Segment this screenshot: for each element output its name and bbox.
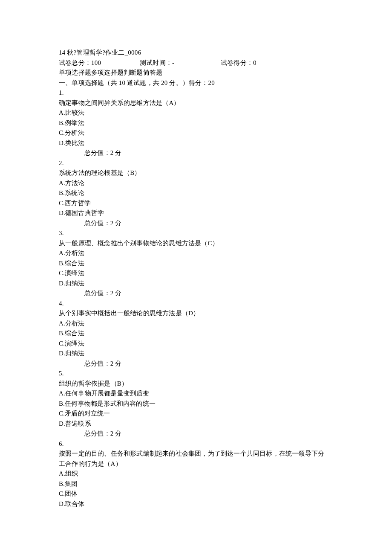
q5-option-c: C.矛盾的对立统一 (59, 409, 333, 419)
q6-option-a: A.组织 (59, 469, 333, 479)
q6-option-b: B.集团 (59, 479, 333, 489)
q2-option-a: A.方法论 (59, 178, 333, 189)
q4-option-a: A.分析法 (59, 319, 333, 329)
total-score-label: 试卷总分：100 (59, 58, 140, 68)
q5-option-d: D.普遍联系 (59, 419, 333, 429)
section-1-title: 一、单项选择题（共 10 道试题，共 20 分。）得分：20 (59, 78, 333, 88)
q5-option-b: B.任何事物都是形式和内容的统一 (59, 399, 333, 409)
q3-stem: 从一般原理、概念推出个别事物结论的思维方法是（C） (59, 238, 333, 249)
q2-score: 总分值：2 分 (59, 218, 333, 229)
q3-option-b: B.综合法 (59, 259, 333, 269)
q4-option-b: B.综合法 (59, 328, 333, 339)
q3-option-d: D.归纳法 (59, 279, 333, 289)
q1-stem: 确定事物之间同异关系的思维方法是（A） (59, 98, 333, 108)
q6-stem-line1: 按照一定的目的、任务和形式编制起来的社会集团，为了到达一个共同目标，在统一领导下… (59, 449, 333, 459)
title: 14 秋?管理哲学?作业二_0006 (59, 48, 333, 58)
q2-option-b: B.系统论 (59, 188, 333, 198)
q5-option-a: A.任何事物开展都是量变到质变 (59, 389, 333, 399)
q1-option-d: D.类比法 (59, 138, 333, 148)
sections-list: 单项选择题多项选择题判断题简答题 (59, 68, 333, 78)
q5-number: 5. (59, 369, 333, 379)
q6-option-c: C.团体 (59, 489, 333, 499)
q4-number: 4. (59, 299, 333, 309)
obtained-score-label: 试卷得分：0 (221, 58, 257, 68)
q3-score: 总分值：2 分 (59, 288, 333, 299)
q4-option-d: D.归纳法 (59, 349, 333, 359)
test-time-label: 测试时间：- (140, 58, 221, 68)
exam-meta-row: 试卷总分：100 测试时间：- 试卷得分：0 (59, 58, 333, 68)
q1-option-c: C.分析法 (59, 128, 333, 138)
q3-option-c: C.演绎法 (59, 268, 333, 279)
q1-number: 1. (59, 88, 333, 98)
q1-option-a: A.比较法 (59, 108, 333, 118)
q5-stem: 组织的哲学依据是（B） (59, 379, 333, 389)
q3-option-a: A.分析法 (59, 248, 333, 259)
q6-stem-line2: 工合作的行为是（A） (59, 459, 333, 469)
q2-option-c: C.西方哲学 (59, 198, 333, 209)
q2-option-d: D.德国古典哲学 (59, 208, 333, 218)
q2-number: 2. (59, 158, 333, 169)
q4-score: 总分值：2 分 (59, 359, 333, 369)
q6-option-d: D.联合体 (59, 499, 333, 509)
q1-score: 总分值：2 分 (59, 148, 333, 158)
q4-option-c: C.演绎法 (59, 339, 333, 349)
q2-stem: 系统方法的理论根基是（B） (59, 168, 333, 178)
q5-score: 总分值：2 分 (59, 429, 333, 439)
document-page: 14 秋?管理哲学?作业二_0006 试卷总分：100 测试时间：- 试卷得分：… (0, 0, 392, 555)
q1-option-b: B.例举法 (59, 118, 333, 128)
q6-number: 6. (59, 439, 333, 449)
q4-stem: 从个别事实中概括出一般结论的思维方法是（D） (59, 308, 333, 319)
q3-number: 3. (59, 228, 333, 238)
